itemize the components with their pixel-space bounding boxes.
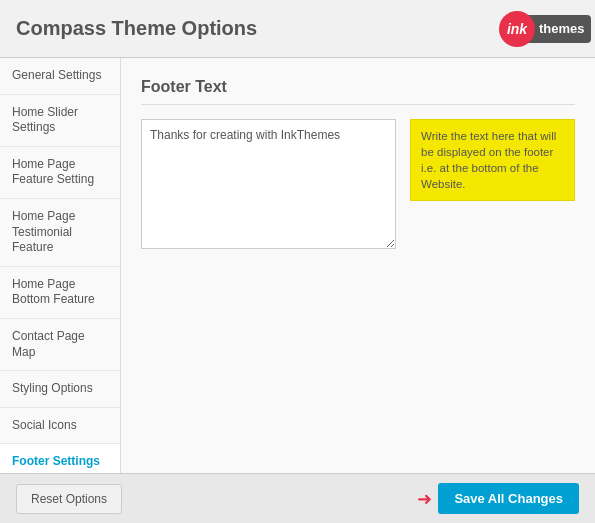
content-area: Footer Text Write the text here that wil…	[121, 58, 595, 473]
sidebar-item-styling-options[interactable]: Styling Options	[0, 371, 120, 408]
section-title: Footer Text	[141, 78, 575, 105]
content-row: Write the text here that will be display…	[141, 119, 575, 249]
hint-box: Write the text here that will be display…	[410, 119, 575, 201]
sidebar-item-footer-settings[interactable]: Footer Settings	[0, 444, 120, 473]
logo: ink themes ...	[499, 11, 579, 47]
save-section: ➜ Save All Changes	[417, 483, 579, 514]
sidebar-item-home-page-bottom-feature[interactable]: Home Page Bottom Feature	[0, 267, 120, 319]
sidebar: General SettingsHome Slider SettingsHome…	[0, 58, 121, 473]
sidebar-item-home-slider-settings[interactable]: Home Slider Settings	[0, 95, 120, 147]
sidebar-item-social-icons[interactable]: Social Icons	[0, 408, 120, 445]
logo-circle-text: ink	[507, 21, 527, 37]
app-title: Compass Theme Options	[16, 17, 257, 40]
footer-text-input[interactable]	[141, 119, 396, 249]
reset-button[interactable]: Reset Options	[16, 484, 122, 514]
sidebar-item-home-page-feature-setting[interactable]: Home Page Feature Setting	[0, 147, 120, 199]
main-layout: General SettingsHome Slider SettingsHome…	[0, 58, 595, 473]
app-wrapper: Compass Theme Options ink themes ... Gen…	[0, 0, 595, 523]
sidebar-item-contact-page-map[interactable]: Contact Page Map	[0, 319, 120, 371]
sidebar-item-home-page-testimonial-feature[interactable]: Home Page Testimonial Feature	[0, 199, 120, 267]
save-button[interactable]: Save All Changes	[438, 483, 579, 514]
logo-dots: ...	[570, 23, 579, 35]
footer-bar: Reset Options ➜ Save All Changes	[0, 473, 595, 523]
arrow-icon: ➜	[417, 488, 432, 510]
sidebar-item-general-settings[interactable]: General Settings	[0, 58, 120, 95]
header: Compass Theme Options ink themes ...	[0, 0, 595, 58]
logo-circle: ink	[499, 11, 535, 47]
